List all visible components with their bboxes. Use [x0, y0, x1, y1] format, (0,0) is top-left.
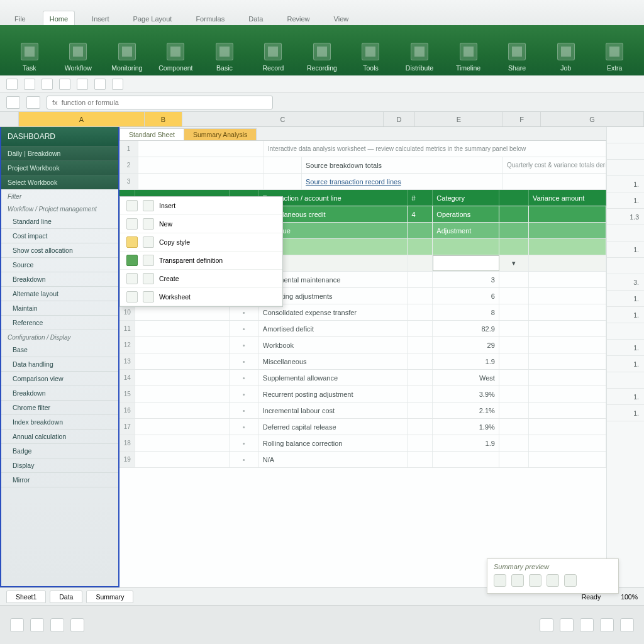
ribbon-group[interactable]: Workflow [54, 40, 103, 75]
zoom-level[interactable]: 100% [621, 593, 638, 601]
menu-tab[interactable]: Data [242, 11, 270, 25]
sidebar-item[interactable]: Base [1, 343, 118, 357]
sidebar-item[interactable]: Standard line [1, 214, 118, 229]
sheet-tab[interactable]: Data [50, 591, 82, 603]
menu-tab[interactable]: Home [43, 11, 75, 25]
context-menu-item[interactable]: Copy style [120, 233, 282, 252]
sidebar-item[interactable]: Display [1, 458, 118, 473]
column-header[interactable]: C [182, 112, 384, 126]
ribbon-group[interactable]: Job [541, 40, 591, 75]
sheet-tab[interactable]: Sheet1 [6, 591, 46, 603]
ribbon-group[interactable]: Basic [200, 40, 249, 75]
context-menu-item[interactable]: Transparent definition [120, 252, 282, 270]
col-header[interactable]: Variance amount [529, 190, 606, 206]
ribbon-group[interactable]: Timeline [444, 40, 493, 75]
tool-icon[interactable] [580, 618, 594, 632]
col-header[interactable]: # [408, 190, 433, 206]
sidebar-item[interactable]: Reference [1, 316, 118, 330]
ribbon-group[interactable]: Component [152, 40, 201, 75]
value-cell[interactable] [607, 258, 644, 274]
sidebar-section[interactable]: Project Workbook [1, 160, 118, 175]
sidebar-item[interactable]: Breakdown [1, 272, 118, 287]
callout-more-icon[interactable] [564, 574, 577, 587]
value-cell[interactable] [607, 127, 644, 143]
qa-undo-icon[interactable] [24, 79, 35, 90]
tool-icon[interactable] [540, 618, 553, 632]
sidebar-item[interactable]: Source [1, 258, 118, 272]
context-menu-item[interactable]: Insert [120, 197, 282, 215]
menu-tab[interactable]: Formulas [189, 11, 231, 25]
sidebar-section[interactable]: Daily | Breakdown [1, 146, 118, 160]
fx-icon[interactable] [26, 96, 40, 109]
sidebar-item[interactable]: Show cost allocation [1, 243, 118, 258]
context-menu-item[interactable]: New [120, 215, 282, 233]
worksheet-tab[interactable]: Standard Sheet [119, 128, 184, 140]
sidebar-item[interactable]: Badge [1, 444, 118, 458]
callout-grid-icon[interactable] [511, 574, 524, 587]
value-cell[interactable]: 1.3 [607, 209, 644, 225]
column-header[interactable]: E [415, 112, 503, 126]
table-row[interactable]: 18•Rolling balance correction1.9 [119, 435, 606, 452]
value-cell[interactable]: 3. [607, 274, 644, 291]
column-header[interactable]: A [19, 112, 145, 126]
sidebar-item[interactable]: Breakdown [1, 386, 118, 401]
ribbon-group[interactable]: Monitoring [103, 40, 152, 75]
value-cell[interactable] [607, 143, 644, 160]
value-cell[interactable]: 1. [607, 405, 644, 421]
value-cell[interactable]: 1. [607, 340, 644, 356]
value-cell[interactable] [607, 160, 644, 176]
sidebar-item[interactable]: Mirror [1, 473, 118, 487]
value-cell[interactable] [607, 225, 644, 242]
qa-chart-icon[interactable] [112, 79, 123, 90]
sheet-tab[interactable]: Summary [86, 591, 133, 603]
sidebar-item[interactable]: Chrome filter [1, 401, 118, 415]
value-cell[interactable] [607, 372, 644, 389]
ribbon-group[interactable]: Record [249, 40, 298, 75]
column-header[interactable]: F [503, 112, 541, 126]
sidebar-item[interactable]: Index breakdown [1, 415, 118, 430]
callout-chart-icon[interactable] [494, 574, 506, 587]
dropdown[interactable] [433, 255, 499, 271]
row-header[interactable]: 1 [119, 141, 138, 157]
menu-tab[interactable]: Review [280, 11, 316, 25]
qa-redo-icon[interactable] [42, 79, 53, 90]
menu-tab[interactable]: Page Layout [126, 11, 179, 25]
ribbon-group[interactable]: Recording [297, 40, 347, 75]
value-cell[interactable]: 1. [607, 356, 644, 372]
qa-print-icon[interactable] [59, 79, 70, 90]
callout-list-icon[interactable] [547, 574, 559, 587]
value-cell[interactable]: 1. [607, 307, 644, 323]
table-row[interactable]: 16•Incremental labour cost2.1% [119, 402, 606, 419]
sidebar-item[interactable]: Maintain [1, 301, 118, 316]
cell[interactable] [138, 141, 264, 157]
column-header[interactable]: D [384, 112, 415, 126]
view-custom-icon[interactable] [70, 618, 84, 632]
qa-save-icon[interactable] [6, 79, 18, 90]
ribbon-group[interactable]: Task [5, 40, 54, 75]
tool-icon[interactable] [620, 618, 634, 632]
value-cell[interactable]: 1. [607, 242, 644, 258]
spreadsheet-grid[interactable]: Standard Sheet Summary Analysis 1 Intera… [119, 127, 606, 587]
column-header[interactable]: G [541, 112, 644, 126]
callout-grid-icon[interactable] [529, 574, 541, 587]
table-row[interactable]: 14•Supplemental allowanceWest [119, 370, 606, 386]
tool-icon[interactable] [560, 618, 574, 632]
ribbon-group[interactable]: Tools [347, 40, 396, 75]
sidebar-section[interactable]: Select Workbook [1, 175, 118, 189]
name-box[interactable] [6, 96, 20, 109]
col-header[interactable]: Category [433, 190, 499, 206]
table-row[interactable]: 12•Workbook29 [119, 337, 606, 353]
sidebar-item[interactable]: Cost impact [1, 229, 118, 243]
table-row[interactable]: 17•Deferred capital release1.9% [119, 419, 606, 435]
column-header[interactable]: B [145, 112, 182, 126]
ribbon-group[interactable]: Distribute [395, 40, 444, 75]
ribbon-group[interactable]: Share [492, 40, 541, 75]
view-break-icon[interactable] [50, 618, 64, 632]
context-menu-item[interactable]: Create [120, 270, 282, 288]
view-normal-icon[interactable] [10, 618, 24, 632]
section-link[interactable]: Source transaction record lines [302, 174, 503, 189]
qa-sort-icon[interactable] [77, 79, 88, 90]
value-cell[interactable]: 1. [607, 291, 644, 307]
worksheet-tab[interactable]: Summary Analysis [184, 128, 257, 140]
table-row[interactable]: 19•N/A [119, 452, 606, 468]
